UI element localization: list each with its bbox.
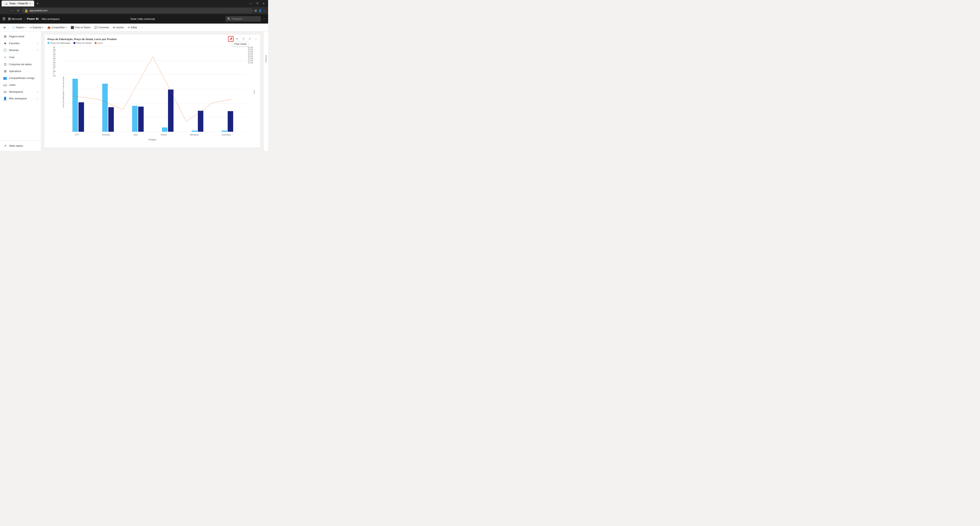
toolbar-more-button[interactable]: ··· — [139, 26, 145, 30]
url-text: app.powerbi.com — [29, 9, 47, 12]
legend-label-fabricacao: Preço de Fabricação — [50, 42, 70, 44]
bar-group-vtt — [72, 79, 84, 132]
assinar-label: Assinar — [116, 26, 124, 29]
export-data-button[interactable]: ↗ — [247, 36, 252, 41]
home-icon: ⊞ — [3, 35, 7, 38]
report-area: Fixar visual 📌 ✏ ▽ ↗ ··· Preço de Fabric… — [41, 32, 263, 151]
profile-icon[interactable]: 👤 — [258, 9, 262, 12]
x-label-vtt: VTT — [75, 134, 79, 136]
forward-button[interactable]: → — [9, 9, 14, 13]
workspace-name[interactable]: Meu workspace — [42, 18, 60, 21]
bar-group-amarelo — [102, 84, 114, 132]
sidebar-label-recent: Recente — [9, 49, 18, 52]
sidebar-label-workspaces: Workspaces — [9, 90, 23, 93]
learn-icon: 📖 — [3, 83, 7, 87]
visual-more-button[interactable]: ··· — [253, 36, 259, 41]
chart-body: VTT Amarelo Velo Paseo Montana Carretera — [59, 46, 246, 138]
sidebar-item-home[interactable]: ⊞ Página Inicial — [0, 33, 41, 40]
bars-area — [59, 46, 246, 132]
bar-venda-vtt[interactable] — [78, 102, 84, 132]
sidebar: ⊞ Página Inicial ★ Favoritos › 🕐 Recente… — [0, 32, 41, 151]
active-tab[interactable]: 📊 Testar – Power BI ✕ — [2, 1, 34, 6]
toolbar-divider-1 — [8, 26, 9, 29]
x-label-velo: Velo — [133, 134, 137, 136]
legend-lucro: Lucro — [95, 42, 103, 44]
search-box[interactable]: 🔍 — [226, 16, 261, 22]
sidebar-item-workspaces[interactable]: 🗂 Workspaces › — [0, 88, 41, 95]
search-input[interactable] — [232, 18, 257, 20]
bar-venda-paseo[interactable] — [168, 89, 173, 132]
bar-venda-carretera[interactable] — [228, 111, 233, 132]
ms-logo-icon: ⊞ — [8, 17, 11, 21]
y-right-20: 2,0 M — [248, 59, 253, 62]
y-left-15: 15 mil — [53, 59, 56, 64]
minimize-button[interactable]: — — [248, 2, 254, 6]
y-right-40: 4,0 M — [248, 51, 253, 53]
sidebar-item-recent[interactable]: 🕐 Recente › — [0, 47, 41, 54]
x-label-amarelo: Amarelo — [102, 134, 110, 136]
exportar-button[interactable]: ↦ Exportar ▾ — [28, 25, 45, 30]
sidebar-item-datasets[interactable]: ⊡ Conjuntos de dados — [0, 61, 41, 68]
bar-venda-montana[interactable] — [198, 111, 203, 132]
sidebar-item-myworkspace[interactable]: 👤 Meu workspace ⌄ — [0, 95, 41, 102]
sidebar-label-myworkspace: Meu workspace — [9, 97, 27, 100]
compartilhar-button[interactable]: 📤 Compartilhar ▾ — [46, 25, 68, 30]
arquivo-button[interactable]: 📄 Arquivo ▾ — [10, 25, 27, 30]
extensions-icon[interactable]: ⊞ — [255, 9, 257, 12]
shared-icon: 👥 — [3, 76, 7, 80]
y-right-30: 3,0 M — [248, 55, 253, 57]
tab-close-button[interactable]: ✕ — [29, 3, 31, 5]
hamburger-button[interactable]: ☰ — [2, 17, 5, 21]
chat-teams-button[interactable]: ⬛ Chat no Teams — [69, 25, 92, 30]
legend-venda: Preço de Venda — [73, 42, 91, 44]
bar-pair-amarelo — [102, 84, 114, 132]
chart-legend: Preço de Fabricação Preço de Venda Lucro — [48, 42, 257, 44]
back-button[interactable]: ← — [2, 9, 8, 13]
getdata-icon: ↗ — [3, 144, 7, 148]
editar-button[interactable]: ✏ Editar — [126, 25, 138, 30]
filter-button[interactable]: ▽ — [241, 36, 246, 41]
comentar-button[interactable]: 💬 Comentar — [93, 25, 110, 30]
legend-label-venda: Preço de Venda — [76, 42, 91, 44]
sidebar-item-shared[interactable]: 👥 Compartilhado comigo — [0, 75, 41, 81]
restore-button[interactable]: ❐ — [254, 2, 260, 6]
filters-label: Filtros — [265, 55, 267, 62]
sidebar-item-learn[interactable]: 📖 Learn — [0, 81, 41, 88]
toolbar-expand-button[interactable]: ≫ — [2, 25, 7, 30]
sidebar-label-shared: Compartilhado comigo — [9, 77, 35, 80]
focus-button[interactable]: ✏ — [234, 36, 240, 41]
topnav-more-icon[interactable]: ··· — [263, 17, 266, 21]
sidebar-item-create[interactable]: ＋ Criar — [0, 54, 41, 61]
sidebar-item-favorites[interactable]: ★ Favoritos › — [0, 40, 41, 47]
sidebar-label-getdata: Obter dados — [9, 144, 23, 147]
assinar-button[interactable]: ✉ Assinar — [111, 25, 126, 30]
pin-visual-button[interactable]: 📌 — [228, 36, 234, 41]
new-tab-button[interactable]: + — [35, 1, 40, 6]
myworkspace-chevron: ⌄ — [36, 97, 38, 100]
url-box[interactable]: 🔒 app.powerbi.com — [22, 8, 253, 13]
close-button[interactable]: ✕ — [261, 2, 267, 6]
bar-venda-velo[interactable] — [138, 107, 144, 132]
editar-label: Editar — [131, 26, 137, 29]
filters-panel[interactable]: Filtros — [263, 32, 268, 151]
x-label-carretera: Carretera — [221, 134, 231, 136]
y-left-25: 25 mil — [53, 51, 56, 55]
lock-icon: 🔒 — [24, 9, 28, 13]
legend-dot-fabricacao — [48, 42, 49, 44]
y-left-20: 20 mil — [53, 55, 56, 59]
bar-fabricacao-vtt[interactable] — [72, 79, 78, 132]
browser-more-icon[interactable]: ··· — [263, 9, 266, 12]
sidebar-label-create: Criar — [9, 56, 14, 59]
bar-fabricacao-amarelo[interactable] — [102, 84, 108, 132]
sidebar-item-getdata[interactable]: ↗ Obter dados — [0, 142, 41, 149]
pbi-logo-text: Power BI — [25, 17, 39, 21]
sidebar-item-apps[interactable]: ⊞ Aplicativos — [0, 68, 41, 75]
bar-pair-carretera — [221, 111, 233, 132]
y-left-5: 5 mil — [53, 68, 56, 72]
bar-venda-amarelo[interactable] — [108, 107, 114, 132]
search-icon: 🔍 — [228, 18, 231, 21]
refresh-button[interactable]: ↺ — [16, 9, 21, 13]
y-left-30: 30 mil — [53, 46, 56, 51]
bar-fabricacao-paseo[interactable] — [162, 128, 167, 132]
bar-fabricacao-velo[interactable] — [132, 106, 138, 132]
